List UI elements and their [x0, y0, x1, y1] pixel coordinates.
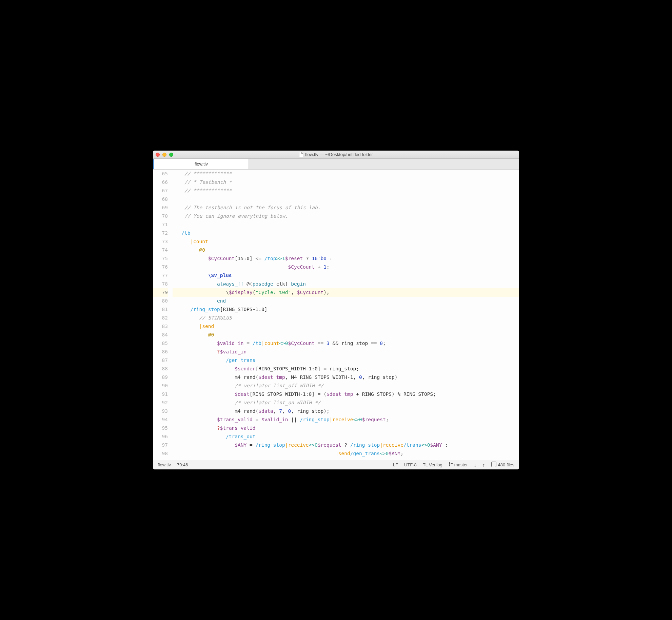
code-line[interactable]: $CycCount + 1; [173, 263, 519, 271]
code-line[interactable]: /ring_stop[RING_STOPS-1:0] [173, 305, 519, 314]
line-number: 91 [153, 390, 168, 399]
code-line[interactable]: /trans_out [173, 432, 519, 441]
code-line[interactable]: m4_rand($dest_tmp, M4_RING_STOPS_WIDTH-1… [173, 373, 519, 382]
status-cursor-position[interactable]: 79:46 [177, 462, 188, 467]
line-number: 71 [153, 220, 168, 229]
tab-bar: flow.tlv [153, 159, 519, 170]
git-push-icon[interactable]: ↑ [482, 462, 485, 468]
code-line[interactable]: @0 [173, 331, 519, 339]
code-line[interactable]: $ANY = /ring_stop|receive<>0$request ? /… [173, 441, 519, 449]
window-controls [156, 153, 173, 157]
line-number: 78 [153, 280, 168, 288]
line-number: 77 [153, 271, 168, 280]
code-line[interactable]: always_ff @(posedge clk) begin [173, 280, 519, 288]
code-line[interactable]: end [173, 297, 519, 305]
line-number: 84 [153, 331, 168, 339]
code-line[interactable]: // * Testbench * [173, 178, 519, 187]
line-number: 88 [153, 365, 168, 373]
line-number: 66 [153, 178, 168, 187]
code-area[interactable]: // ************* // * Testbench * // ***… [173, 170, 519, 460]
line-number: 65 [153, 170, 168, 178]
line-number: 79 [153, 288, 168, 297]
line-number: 72 [153, 229, 168, 237]
line-number: 85 [153, 339, 168, 348]
code-line[interactable]: |count [173, 237, 519, 246]
line-number: 98 [153, 449, 168, 458]
tab-label: flow.tlv [195, 161, 208, 167]
line-number: 82 [153, 314, 168, 322]
minimize-icon[interactable] [162, 153, 166, 157]
line-number: 83 [153, 322, 168, 331]
file-icon [299, 152, 303, 157]
status-encoding[interactable]: UTF-8 [404, 462, 417, 467]
line-number: 81 [153, 305, 168, 314]
status-file-count[interactable]: 480 files [491, 462, 514, 468]
line-number: 90 [153, 382, 168, 390]
files-icon [491, 462, 496, 468]
code-line[interactable]: // You can ignore everything below. [173, 212, 519, 220]
code-line[interactable]: // STIMULUS [173, 314, 519, 322]
status-bar: flow.tlv 79:46 LF UTF-8 TL Verilog maste… [153, 460, 519, 469]
line-number: 95 [153, 424, 168, 432]
line-number: 76 [153, 263, 168, 271]
git-branch-icon [449, 462, 453, 468]
code-line[interactable]: $trans_valid = $valid_in || /ring_stop|r… [173, 415, 519, 424]
code-line[interactable]: ?$trans_valid [173, 424, 519, 432]
line-number: 70 [153, 212, 168, 220]
line-number-gutter: 6566676869707172737475767778798081828384… [153, 170, 173, 460]
code-line[interactable]: // The testbench is not the focus of thi… [173, 204, 519, 212]
code-line[interactable]: ?$valid_in [173, 348, 519, 356]
line-number: 89 [153, 373, 168, 382]
code-line[interactable]: $sender[RING_STOPS_WIDTH-1:0] = ring_sto… [173, 365, 519, 373]
wrap-guide [448, 170, 448, 460]
code-line[interactable]: /gen_trans [173, 356, 519, 365]
code-line[interactable]: /tb [173, 229, 519, 237]
status-line-ending[interactable]: LF [393, 462, 398, 467]
status-filename[interactable]: flow.tlv [158, 462, 171, 467]
close-icon[interactable] [156, 153, 160, 157]
line-number: 74 [153, 246, 168, 254]
line-number: 69 [153, 204, 168, 212]
zoom-icon[interactable] [169, 153, 173, 157]
code-line[interactable]: $valid_in = /tb|count<>0$CycCount == 3 &… [173, 339, 519, 348]
code-line[interactable]: $CycCount[15:0] <= /top>>1$reset ? 16'b0… [173, 254, 519, 263]
line-number: 67 [153, 187, 168, 195]
line-number: 73 [153, 237, 168, 246]
line-number: 68 [153, 195, 168, 204]
code-line[interactable]: m4_rand($data, 7, 0, ring_stop); [173, 407, 519, 415]
code-line[interactable]: \$display("Cycle: %0d", $CycCount); [173, 288, 519, 297]
code-line[interactable]: // ************* [173, 170, 519, 178]
code-line[interactable]: /* verilator lint_off WIDTH */ [173, 382, 519, 390]
code-line[interactable]: $dest[RING_STOPS_WIDTH-1:0] = ($dest_tmp… [173, 390, 519, 399]
code-line[interactable]: |send/gen_trans<>0$ANY; [173, 449, 519, 458]
code-line[interactable]: @0 [173, 246, 519, 254]
code-line[interactable]: // ************* [173, 187, 519, 195]
line-number: 92 [153, 399, 168, 407]
code-editor[interactable]: 6566676869707172737475767778798081828384… [153, 170, 519, 460]
line-number: 86 [153, 348, 168, 356]
status-language[interactable]: TL Verilog [423, 462, 442, 467]
status-git-branch[interactable]: master [449, 462, 468, 468]
code-line[interactable] [173, 220, 519, 229]
code-line[interactable]: \SV_plus [173, 271, 519, 280]
git-pull-icon[interactable]: ↓ [474, 462, 477, 468]
line-number: 96 [153, 432, 168, 441]
editor-window: flow.tlv — ~/Desktop/untitled folder flo… [153, 151, 519, 469]
line-number: 87 [153, 356, 168, 365]
line-number: 93 [153, 407, 168, 415]
titlebar[interactable]: flow.tlv — ~/Desktop/untitled folder [153, 151, 519, 159]
code-line[interactable]: /* verilator lint_on WIDTH */ [173, 399, 519, 407]
line-number: 94 [153, 415, 168, 424]
code-line[interactable] [173, 195, 519, 204]
tab-flow[interactable]: flow.tlv [154, 159, 249, 169]
window-title: flow.tlv — ~/Desktop/untitled folder [305, 152, 373, 157]
line-number: 80 [153, 297, 168, 305]
line-number: 75 [153, 254, 168, 263]
line-number: 97 [153, 441, 168, 449]
code-line[interactable]: |send [173, 322, 519, 331]
